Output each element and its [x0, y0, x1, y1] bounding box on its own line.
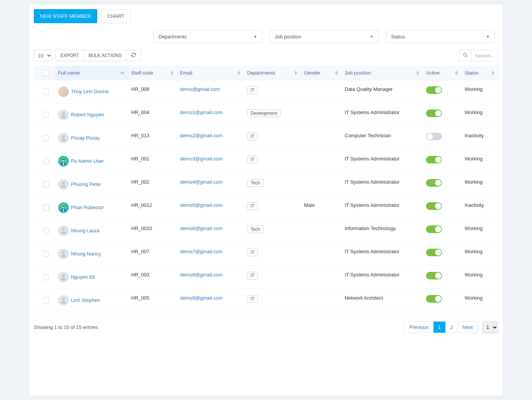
active-toggle[interactable] [426, 225, 442, 233]
table-row: Po Admin UserHR_001demo3@gmail.comITIT S… [34, 149, 498, 173]
row-checkbox[interactable] [43, 228, 49, 234]
row-checkbox[interactable] [43, 89, 49, 95]
avatar [58, 249, 69, 259]
gender-cell [301, 103, 342, 126]
staff-code-cell: HR_004 [128, 103, 177, 126]
table-row: Nhung LauraHR_0010demo6@gmail.comTechInf… [34, 219, 498, 242]
page-size-select[interactable]: 10 [34, 50, 52, 61]
departments-filter[interactable]: Departments ▼ [154, 30, 262, 43]
staff-email-link[interactable]: demo9@gmail.com [180, 295, 223, 301]
col-status[interactable]: Status ▲▼ [462, 66, 498, 80]
department-tag: IT [247, 156, 258, 163]
chevron-down-icon: ▼ [486, 35, 490, 39]
col-email[interactable]: Email ▲▼ [177, 66, 244, 80]
export-button[interactable]: EXPORT [55, 50, 84, 61]
table-info: Showing 1 to 10 of 15 entries [34, 324, 98, 330]
staff-name-link[interactable]: Posay Posay [71, 135, 100, 141]
avatar [58, 110, 69, 120]
search-input[interactable] [472, 50, 498, 61]
sort-icon: ▲▼ [334, 70, 339, 75]
job-cell: IT Systems Administrator [342, 149, 423, 173]
table-row: Phuong PeterHR_002demo4@gmail.comTechIT … [34, 173, 498, 196]
staff-email-link[interactable]: demo5@gmail.com [180, 202, 223, 208]
col-job-position[interactable]: Job position ▲▼ [342, 66, 423, 80]
sort-desc-icon [120, 70, 125, 75]
active-toggle[interactable] [426, 110, 442, 117]
row-checkbox[interactable] [43, 251, 49, 257]
staff-name-link[interactable]: Thuy Linh Donna [71, 89, 109, 94]
staff-email-link[interactable]: demo7@gmail.com [180, 249, 223, 254]
row-checkbox[interactable] [43, 274, 49, 280]
staff-email-link[interactable]: demo6@gmail.com [180, 225, 223, 231]
active-toggle[interactable] [426, 202, 442, 210]
job-position-filter[interactable]: Job position ▼ [270, 30, 378, 43]
search-button[interactable] [459, 50, 472, 61]
avatar [58, 225, 69, 236]
staff-name-link[interactable]: Nhung Nancy [71, 251, 101, 257]
sort-icon: ▲▼ [237, 70, 241, 75]
staff-email-link[interactable]: demo1@gmail.com [180, 110, 223, 115]
staff-email-link[interactable]: demo@gmail.com [180, 86, 220, 92]
staff-name-link[interactable]: Phuong Peter [71, 181, 101, 187]
job-cell: IT Systems Administrator [342, 242, 423, 265]
bulk-actions-button[interactable]: BULK ACTIONS [84, 50, 126, 61]
active-toggle[interactable] [426, 295, 442, 303]
staff-email-link[interactable]: demo4@gmail.com [180, 179, 223, 185]
svg-point-2 [62, 112, 65, 115]
table-row: Posay PosayHR_013demo2@gmail.comITComput… [34, 126, 498, 149]
pagination-prev[interactable]: Previous [405, 322, 434, 333]
col-active[interactable]: Active ▲▼ [423, 66, 462, 80]
sort-icon: ▲▼ [491, 70, 495, 75]
col-departments[interactable]: Departments ▲▼ [244, 66, 301, 80]
staff-email-link[interactable]: demo3@gmail.com [180, 156, 223, 162]
select-all-checkbox[interactable] [43, 70, 49, 76]
row-checkbox[interactable] [43, 135, 49, 141]
active-toggle[interactable] [426, 272, 442, 279]
active-toggle[interactable] [426, 133, 442, 140]
col-full-name[interactable]: Full name [55, 66, 128, 80]
department-tag: IT [247, 249, 258, 256]
avatar [58, 295, 69, 306]
svg-rect-6 [62, 159, 65, 160]
status-cell: Working [462, 289, 498, 312]
col-staff-code[interactable]: Staff code ▲▼ [128, 66, 177, 80]
active-toggle[interactable] [426, 249, 442, 256]
pagination-page-1[interactable]: 1 [434, 322, 446, 333]
gender-cell [301, 126, 342, 149]
active-toggle[interactable] [426, 156, 442, 163]
staff-name-link[interactable]: Nhung Laura [71, 228, 100, 233]
page-jump-select[interactable]: 1 [482, 321, 498, 333]
active-toggle[interactable] [426, 86, 442, 94]
new-staff-button[interactable]: NEW STAFF MEMBER [34, 9, 97, 23]
svg-point-17 [62, 275, 65, 277]
staff-name-link[interactable]: Linh Stephen [71, 297, 100, 303]
row-checkbox[interactable] [43, 181, 49, 187]
staff-name-link[interactable]: Phan Robector [71, 205, 104, 210]
row-checkbox[interactable] [43, 158, 49, 164]
department-tag: IT [247, 133, 258, 140]
gender-cell: Male [301, 196, 342, 219]
chart-button[interactable]: CHART [101, 9, 131, 23]
table-row: Robert NguyenHR_004demo1@gmail.comDevelo… [34, 103, 498, 126]
staff-email-link[interactable]: demo2@gmail.com [180, 133, 223, 138]
staff-name-link[interactable]: Po Admin User [71, 158, 104, 164]
refresh-button[interactable] [126, 50, 141, 61]
row-checkbox[interactable] [43, 205, 49, 211]
row-checkbox[interactable] [43, 297, 49, 303]
active-toggle[interactable] [426, 179, 442, 187]
row-checkbox[interactable] [43, 112, 49, 118]
staff-name-link[interactable]: Nguyen Eli [71, 274, 95, 280]
job-cell: Data Quality Manager [342, 80, 423, 103]
staff-name-link[interactable]: Robert Nguyen [71, 112, 104, 117]
sort-icon: ▲▼ [416, 70, 420, 75]
svg-line-1 [466, 56, 467, 57]
col-gender[interactable]: Gender ▲▼ [301, 66, 342, 80]
table-row: Thuy Linh DonnaHR_008demo@gmail.comITDat… [34, 80, 498, 103]
gender-cell [301, 149, 342, 173]
pagination-page-2[interactable]: 2 [446, 322, 458, 333]
staff-email-link[interactable]: demo8@gmail.com [180, 272, 223, 278]
pagination-next[interactable]: Next [458, 322, 477, 333]
status-filter[interactable]: Status ▼ [386, 30, 495, 43]
avatar [58, 86, 69, 97]
search-icon [463, 52, 468, 59]
